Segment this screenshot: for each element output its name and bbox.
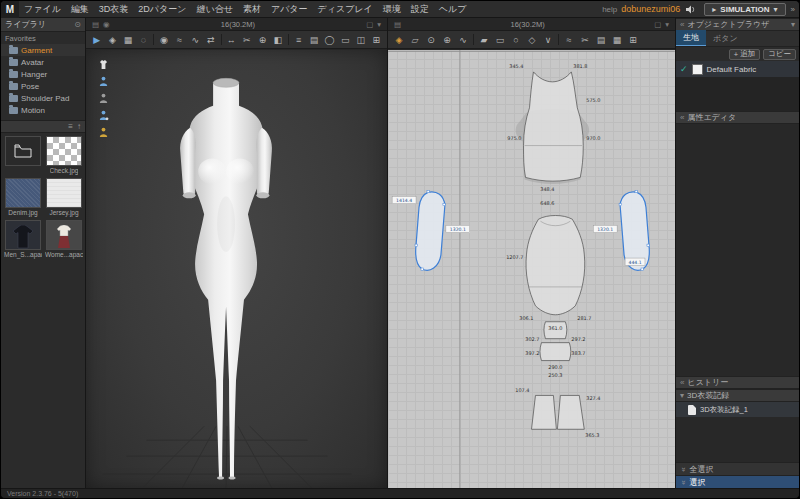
menu-environment[interactable]: 環境: [378, 1, 406, 18]
library-folder-hanger[interactable]: Hanger: [1, 68, 85, 80]
panel-chevron-icon[interactable]: »: [791, 5, 795, 14]
grading-icon[interactable]: ▤: [593, 32, 609, 48]
menu-settings[interactable]: 設定: [406, 1, 434, 18]
avatar-show-icon[interactable]: ◯: [322, 32, 338, 48]
lasso-select-icon[interactable]: ◌: [136, 32, 152, 48]
pin-icon[interactable]: ⊙: [74, 20, 81, 29]
select-row[interactable]: » 選択: [676, 475, 799, 488]
library-item-jersey-jpg[interactable]: Jersey.jpg: [45, 178, 83, 217]
record-section-header[interactable]: ▾ 3D衣装記録: [676, 389, 799, 402]
fabric-list-item[interactable]: ✓ Default Fabric: [676, 61, 799, 77]
tab-button[interactable]: ボタン: [706, 31, 745, 46]
viewport-3d-header: ▤ ◉ 16(30.2M) ▢ ▾: [86, 18, 387, 31]
edit-sew-icon[interactable]: ⇄: [203, 32, 219, 48]
pattern-piece-bottom-left[interactable]: [532, 395, 557, 429]
menu-avatar[interactable]: アバター: [266, 1, 313, 18]
library-item-men-garment[interactable]: Men_S...apac: [4, 220, 42, 259]
garment-show-icon[interactable]: [96, 57, 110, 71]
free-sew-icon[interactable]: ∿: [187, 32, 203, 48]
menu-display[interactable]: ディスプレイ: [313, 1, 378, 18]
help-link[interactable]: help: [602, 5, 617, 14]
avatar-size-icon[interactable]: [96, 125, 110, 139]
show-grid-icon[interactable]: ⊞: [625, 32, 641, 48]
box-select-icon[interactable]: ▦: [120, 32, 136, 48]
edit-pattern-icon[interactable]: ▱: [407, 32, 423, 48]
options-chevron-icon[interactable]: ▾: [375, 20, 383, 29]
cut-icon[interactable]: ✂: [577, 32, 593, 48]
select-all-row[interactable]: » 全選択: [676, 462, 799, 475]
library-item-women-garment[interactable]: Wome...apac: [45, 220, 83, 259]
menu-help[interactable]: ヘルプ: [434, 1, 472, 18]
tab-fabric[interactable]: 生地: [676, 30, 706, 46]
layout-icon[interactable]: ▢: [364, 20, 375, 29]
add-point-icon[interactable]: ⊕: [439, 32, 455, 48]
simulation-button[interactable]: ▸ SIMULATION ▾: [704, 3, 785, 16]
avatar-mannequin[interactable]: [180, 78, 272, 479]
texture-edit-icon[interactable]: ▦: [609, 32, 625, 48]
transform-icon[interactable]: ◈: [391, 32, 407, 48]
simulate-icon[interactable]: ▶: [89, 32, 105, 48]
rectangle-icon[interactable]: ▭: [492, 32, 508, 48]
app-logo[interactable]: M: [1, 1, 19, 18]
pattern-piece-front[interactable]: [526, 215, 585, 314]
arrange-icon[interactable]: ▤: [306, 32, 322, 48]
library-folder-shoulder-pad[interactable]: Shoulder Pad: [1, 92, 85, 104]
notch-icon[interactable]: ∨: [540, 32, 556, 48]
speaker-icon[interactable]: [686, 5, 696, 14]
arrange-point-icon[interactable]: [96, 91, 110, 105]
pin-tool-icon[interactable]: ◉: [156, 32, 172, 48]
measure-icon[interactable]: ↔: [224, 32, 240, 48]
menu-2d-pattern[interactable]: 2Dパターン: [133, 1, 191, 18]
menu-sewing[interactable]: 縫い合せ: [192, 1, 238, 18]
up-folder-icon[interactable]: ↑: [77, 122, 81, 131]
library-item-check-jpg[interactable]: Check.jpg: [45, 136, 83, 175]
pose-icon[interactable]: [96, 108, 110, 122]
pattern-piece-back[interactable]: [524, 72, 584, 181]
view-grid-icon[interactable]: ▤: [392, 20, 403, 29]
library-item-denim-jpg[interactable]: Denim.jpg: [4, 178, 42, 217]
menu-file[interactable]: ファイル: [19, 1, 66, 18]
record-item[interactable]: 3D衣装記録_1: [676, 402, 799, 417]
steam-icon[interactable]: ≡: [291, 32, 307, 48]
view-grid-icon[interactable]: ▤: [90, 20, 101, 29]
collapse-icon: «: [680, 113, 684, 122]
library-folder-pose[interactable]: Pose: [1, 80, 85, 92]
options-chevron-icon[interactable]: ▾: [663, 20, 671, 29]
library-folder-avatar[interactable]: Avatar: [1, 56, 85, 68]
record-section-title: 3D衣装記録: [687, 390, 729, 401]
pattern-piece-bottom-right[interactable]: [557, 395, 584, 429]
dart-icon[interactable]: ◇: [524, 32, 540, 48]
menu-3d-garment[interactable]: 3D衣装: [94, 1, 134, 18]
snap-icon[interactable]: ⊞: [369, 32, 385, 48]
layout-icon[interactable]: ▢: [652, 20, 663, 29]
segment-sew-icon[interactable]: ≈: [172, 32, 188, 48]
tape-icon[interactable]: ▭: [337, 32, 353, 48]
circle-icon[interactable]: ○: [508, 32, 524, 48]
select-move-icon[interactable]: ◈: [105, 32, 121, 48]
edit-curve-icon[interactable]: ∿: [455, 32, 471, 48]
copy-fabric-button[interactable]: コピー: [763, 49, 796, 60]
scissors-icon[interactable]: ✂: [239, 32, 255, 48]
library-item-folder-up[interactable]: [4, 136, 42, 175]
polygon-icon[interactable]: ▰: [476, 32, 492, 48]
viewport-3d-canvas[interactable]: [86, 50, 387, 488]
menu-material[interactable]: 素材: [238, 1, 266, 18]
username[interactable]: dobunezumi06: [621, 4, 680, 14]
avatar-show-icon[interactable]: [96, 74, 110, 88]
viewport-2d-canvas[interactable]: 345.4 381.8 575.0 970.0 975.0 348.4 648.…: [388, 50, 675, 488]
library-folder-garment[interactable]: Garment: [1, 44, 85, 56]
library-folder-motion[interactable]: Motion: [1, 104, 85, 116]
menu-edit[interactable]: 編集: [66, 1, 94, 18]
history-header[interactable]: « ヒストリー: [676, 376, 799, 389]
edit-point-icon[interactable]: ⊙: [423, 32, 439, 48]
pick-pin-icon[interactable]: ⊕: [255, 32, 271, 48]
render-icon[interactable]: ◉: [101, 20, 112, 29]
list-view-icon[interactable]: ≡: [68, 122, 73, 131]
add-fabric-button[interactable]: + 追加: [729, 49, 760, 60]
pattern-piece-side-left[interactable]: [415, 190, 445, 270]
seam-icon[interactable]: ≈: [561, 32, 577, 48]
fold-arrange-icon[interactable]: ◧: [270, 32, 286, 48]
pattern-piece-gusset-2[interactable]: [540, 343, 571, 361]
property-editor-header[interactable]: « 属性エディタ: [676, 111, 799, 124]
mirror-icon[interactable]: ◫: [353, 32, 369, 48]
